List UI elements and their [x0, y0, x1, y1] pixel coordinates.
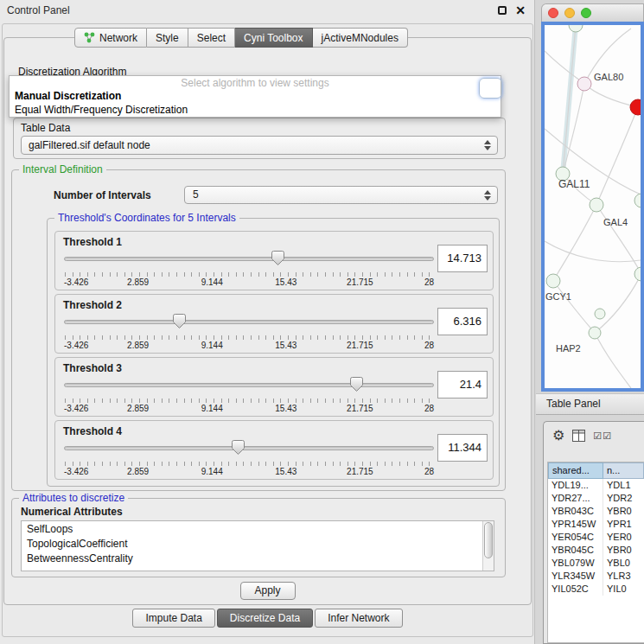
node-hap2[interactable] — [589, 327, 601, 339]
table-cell[interactable]: YDL1 — [603, 479, 644, 492]
table-data-label: Table Data — [21, 122, 70, 134]
table-cell[interactable]: YER0 — [603, 531, 644, 544]
threshold-slider[interactable]: -3.426 2.859 9.144 15.43 21.715 28 — [64, 440, 434, 478]
threshold-value-field[interactable]: 6.316 — [437, 308, 488, 335]
table-cell[interactable]: YER054C — [548, 531, 603, 544]
node-gal80[interactable] — [577, 77, 591, 91]
table-cell[interactable]: YBR045C — [548, 544, 603, 557]
slider-thumb-icon[interactable] — [173, 314, 186, 328]
node[interactable] — [634, 194, 641, 207]
slider-thumb-icon[interactable] — [232, 440, 245, 455]
tab-cyni-toolbox[interactable]: Cyni Toolbox — [235, 28, 312, 48]
network-view-window: GAL80 GAL11 GAL4 GCY1 HAP2 — [541, 3, 644, 392]
threshold-value-field[interactable]: 21.4 — [437, 371, 488, 399]
node-label: GCY1 — [545, 291, 571, 302]
table-cell[interactable]: YDR2 — [603, 492, 644, 505]
node[interactable] — [634, 267, 641, 281]
spinner-arrows-icon[interactable] — [484, 190, 491, 201]
number-of-intervals-spinner[interactable]: 5 — [184, 186, 498, 204]
list-item[interactable]: BetweennessCentrality — [22, 551, 494, 565]
node-gal4[interactable] — [590, 198, 603, 212]
traffic-light-close[interactable] — [548, 8, 558, 18]
tab-infer-network[interactable]: Infer Network — [315, 609, 402, 628]
table-row[interactable]: YBL079WYBL0 — [548, 557, 644, 570]
tab-label: Select — [197, 32, 226, 44]
table-cell[interactable]: YIL0 — [603, 583, 644, 596]
tab-style[interactable]: Style — [147, 28, 188, 48]
table-row[interactable]: YPR145WYPR1 — [548, 518, 644, 531]
node-gcy1[interactable] — [546, 274, 560, 288]
table-row[interactable]: YBR043CYBR0 — [548, 505, 644, 518]
table-cell[interactable]: YBR0 — [603, 544, 644, 557]
threshold-label: Threshold 1 — [63, 236, 122, 248]
network-canvas[interactable]: GAL80 GAL11 GAL4 GCY1 HAP2 — [541, 22, 644, 392]
threshold-panel: Threshold 4 -3.426 2.859 9.144 15.43 21.… — [54, 420, 494, 480]
threshold-slider[interactable]: -3.426 2.859 9.144 15.43 21.715 28 — [64, 377, 434, 415]
table-cell[interactable]: YDL19... — [548, 479, 603, 492]
table-cell[interactable]: YPR1 — [603, 518, 644, 531]
table-data-combobox[interactable]: galFiltered.sif default node — [21, 136, 498, 155]
tab-network[interactable]: Network — [74, 28, 147, 48]
tick-label: 2.859 — [127, 404, 149, 413]
window-title: Control Panel — [7, 4, 70, 16]
close-button[interactable]: ✕ — [515, 5, 526, 16]
threshold-label: Threshold 3 — [63, 362, 122, 374]
table-cell[interactable]: YDR27... — [548, 492, 603, 505]
tick-labels: -3.426 2.859 9.144 15.43 21.715 28 — [64, 341, 434, 351]
slider-thumb-icon[interactable] — [271, 251, 284, 265]
table-cell[interactable]: YLR3 — [603, 570, 644, 583]
table-row[interactable]: YBR045CYBR0 — [548, 544, 644, 557]
attributes-list[interactable]: SelfLoops TopologicalCoefficient Between… — [21, 520, 494, 571]
columns-icon[interactable] — [572, 430, 585, 442]
gear-icon[interactable]: ⚙ — [552, 429, 564, 443]
slider-track[interactable] — [64, 383, 434, 387]
table-row[interactable]: YDL19...YDL1 — [548, 479, 644, 492]
traffic-light-minimize[interactable] — [564, 8, 575, 18]
table-row[interactable]: YIL052CYIL0 — [548, 583, 644, 596]
table-row[interactable]: YER054CYER0 — [548, 531, 644, 544]
combo-arrows-icon[interactable] — [484, 140, 491, 150]
table-cell[interactable]: YBR043C — [548, 505, 603, 518]
popup-item-manual-discretization[interactable]: Manual Discretization — [10, 89, 501, 103]
table-cell[interactable]: YBL0 — [603, 557, 644, 570]
popup-item-equal-width[interactable]: Equal Width/Frequency Discretization — [10, 103, 501, 117]
slider-track[interactable] — [64, 257, 434, 261]
scrollbar[interactable] — [482, 521, 494, 571]
traffic-light-zoom[interactable] — [581, 8, 591, 18]
slider-track[interactable] — [64, 320, 434, 324]
table-cell[interactable]: YBL079W — [548, 557, 603, 570]
numerical-attributes-label: Numerical Attributes — [21, 506, 123, 518]
table-header-cell-shared[interactable]: shared... — [548, 462, 603, 479]
apply-button[interactable]: Apply — [240, 582, 296, 600]
network-window-titlebar[interactable] — [541, 3, 644, 22]
combo-focus-fragment — [479, 78, 502, 99]
table-cell[interactable]: YIL052C — [548, 583, 603, 596]
float-window-button[interactable] — [498, 6, 507, 15]
list-item[interactable]: TopologicalCoefficient — [22, 536, 494, 551]
tab-discretize-data[interactable]: Discretize Data — [217, 609, 313, 628]
list-item[interactable]: SelfLoops — [22, 521, 494, 536]
table-cell[interactable]: YBR0 — [603, 505, 644, 518]
table-header-cell-name[interactable]: n... — [603, 462, 644, 479]
slider-track[interactable] — [64, 446, 434, 450]
node[interactable] — [595, 309, 605, 319]
tab-select[interactable]: Select — [188, 28, 235, 48]
table-row[interactable]: YDR27...YDR2 — [548, 492, 644, 505]
network-icon — [84, 32, 95, 43]
threshold-value-field[interactable]: 11.344 — [437, 434, 488, 462]
table-cell[interactable]: YPR145W — [548, 518, 603, 531]
threshold-slider[interactable]: -3.426 2.859 9.144 15.43 21.715 28 — [64, 314, 434, 352]
threshold-value-field[interactable]: 14.713 — [437, 245, 488, 272]
tick-label: 2.859 — [127, 341, 149, 350]
tab-jactivemnodules[interactable]: jActiveMNodules — [313, 28, 408, 48]
table-row[interactable]: YLR345WYLR3 — [548, 570, 644, 583]
checkbox-icons[interactable]: ☑☑ — [593, 430, 612, 442]
slider-thumb-icon[interactable] — [350, 377, 363, 392]
tab-label: jActiveMNodules — [322, 32, 399, 44]
threshold-slider[interactable]: -3.426 2.859 9.144 15.43 21.715 28 — [64, 251, 434, 289]
node[interactable] — [569, 25, 583, 32]
table-cell[interactable]: YLR345W — [548, 570, 603, 583]
node-selected-red[interactable] — [630, 99, 641, 115]
scrollbar-thumb[interactable] — [484, 522, 493, 558]
tab-impute-data[interactable]: Impute Data — [132, 609, 214, 628]
